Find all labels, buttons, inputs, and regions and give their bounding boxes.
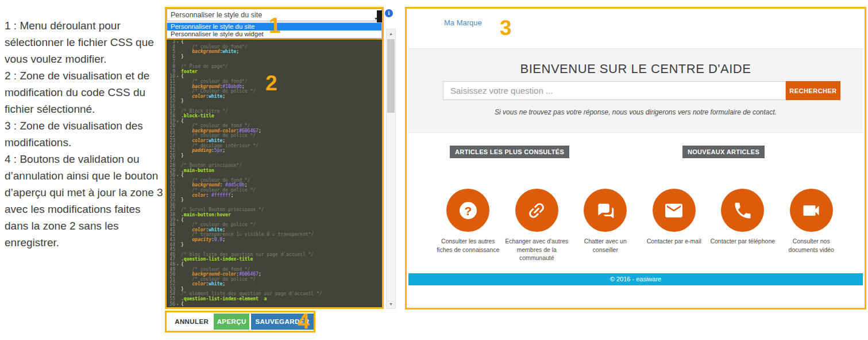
scroll-down-icon[interactable]: ▼ [387,300,395,308]
code-line: 18.block-title [165,114,384,119]
options-scrollbar[interactable] [377,10,382,22]
code-line: 25 padding:5px; [165,148,384,154]
code-line: 6} [165,55,384,60]
mail-icon[interactable] [653,189,696,232]
instruction-item-2: 2 : Zone de visualisation et de modifica… [5,67,165,117]
editor-scrollbar[interactable]: ▲ ▼ [386,29,396,309]
quick-link-item[interactable]: Chatter avec un conseiller [571,189,640,262]
cancel-button[interactable]: ANNULER [171,314,212,330]
zone2-number-label: 2 [265,72,277,94]
zone1-number-label: 1 [269,15,281,36]
preview-panel: Ma Marque BIENVENUE SUR LE CENTRE D'AIDE… [405,7,866,310]
question-icon[interactable]: ? [446,189,489,232]
quick-link-item[interactable]: Contacter par e-mail [640,189,709,262]
code-line: 56▾{ [165,302,384,307]
instruction-item-4: 4 : Boutons de validation ou d’annulatio… [5,151,165,251]
quick-links: ?Consulter les autres fiches de connaiss… [434,189,846,262]
instruction-item-3: 3 : Zone de visualisation des modificati… [5,117,165,151]
quick-link-label: Echanger avec d'autres membres de la com… [503,237,572,262]
quick-link-label: Consulter les autres fiches de connaissa… [434,237,503,254]
code-line: 29.main-button [165,169,384,174]
quick-link-item[interactable]: ?Consulter les autres fiches de connaiss… [434,189,503,262]
search-button[interactable]: RECHERCHER [786,81,840,100]
code-line: 14 color:white; [165,94,384,100]
quick-link-label: Consulter nos documents vidéo [777,237,846,254]
instruction-item-1: 1 : Menu déroulant pour sélectionner le … [5,17,165,67]
code-line: 35} [165,198,384,203]
svg-text:?: ? [464,204,472,217]
quick-link-label: Contacter par e-mail [640,237,709,246]
code-line: 47.question-list-index-title [165,257,384,262]
preview-button[interactable]: APERÇU [214,314,249,330]
code-lines: 12header3▾{4 /* couleur de fond*/5 backg… [165,28,384,307]
code-line: 8/* Pied de page*/ [165,64,384,70]
hero-title: BIENVENUE SUR LE CENTRE D'AIDE [408,62,863,77]
instructions-text: 1 : Menu déroulant pour sélectionner le … [5,17,165,251]
preview-footer: © 2016 - easiware [408,273,863,285]
hero-helper-text: Si vous ne trouvez pas votre réponse, no… [408,108,863,116]
page: 1 : Menu déroulant pour sélectionner le … [0,0,868,340]
section-title-most-viewed: ARTICLES LES PLUS CONSULTÉS [450,146,569,158]
quick-link-item[interactable]: Echanger avec d'autres membres de la com… [503,189,572,262]
code-line: 44} [165,243,384,248]
search-input[interactable] [443,81,786,100]
scrollbar-thumb[interactable] [387,39,395,113]
video-icon[interactable] [790,189,833,232]
link-icon[interactable] [515,189,558,232]
info-icon[interactable]: i [385,9,393,17]
quick-link-label: Chatter avec un conseiller [571,237,640,254]
brand-link[interactable]: Ma Marque [444,18,482,27]
chat-icon[interactable] [584,189,627,232]
code-line: 38.main-button:hover [165,213,384,218]
section-title-new-articles: NOUVEAUX ARTICLES [682,146,765,158]
code-line: 15} [165,99,384,104]
scroll-up-icon[interactable]: ▲ [387,29,395,38]
search-bar: RECHERCHER [443,81,840,100]
code-line: 5 background:white; [165,49,384,55]
code-line: 52 color:white; [165,282,384,287]
phone-icon[interactable] [721,189,764,232]
quick-link-item[interactable]: Consulter nos documents vidéo [777,189,846,262]
code-line: 43 opacity:0.8; [165,238,384,243]
css-code-editor[interactable]: 12header3▾{4 /* couleur de fond*/5 backg… [165,28,384,309]
file-select-value: Personnaliser le style du site [171,11,262,19]
quick-link-item[interactable]: Contacter par téléphone [708,189,777,262]
quick-link-label: Contacter par téléphone [708,237,777,246]
code-line: 34 color: #ffffff; [165,193,384,198]
hero-banner: BIENVENUE SUR LE CENTRE D'AIDE RECHERCHE… [408,48,863,133]
zone4-number-label: 4 [298,311,310,332]
zone3-number-label: 3 [500,17,512,39]
code-line: 55.question-list-index-element a [165,297,384,302]
zone4-annotation-frame: ANNULER APERÇU SAUVEGARDER [165,311,315,333]
code-line: 26} [165,154,384,159]
